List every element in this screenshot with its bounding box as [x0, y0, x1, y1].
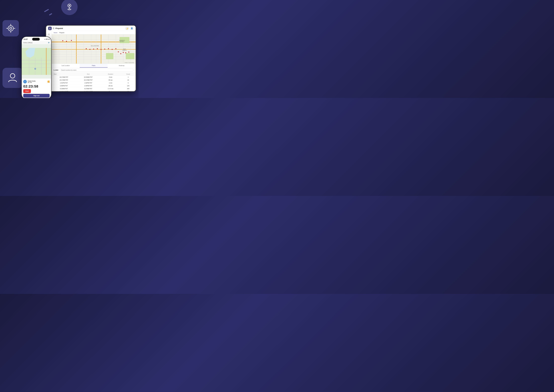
phone-avatar: C: [23, 80, 27, 84]
map-tabs: Last Location Paths Heatmap: [52, 64, 136, 68]
svg-point-26: [50, 28, 50, 28]
table-row: 2:05PM PST 2:34PM PST 28 min 124: [52, 84, 136, 87]
tab-paths[interactable]: Paths: [80, 64, 108, 68]
data-date: 5, 2024: [54, 69, 58, 71]
cell-start-4: 5:23AM PST: [52, 87, 76, 90]
cell-start-1: 10:17AM PST: [52, 79, 76, 82]
sign-out-button[interactable]: Sign out: [23, 94, 50, 98]
svg-text:WEST: WEST: [123, 49, 126, 50]
battery-icon: ▮: [49, 39, 50, 40]
phone-map: [22, 44, 51, 78]
tablet-screen: ☰ Pinpoint 🌙 👤: [46, 26, 136, 91]
svg-point-69: [97, 48, 98, 49]
dark-mode-button[interactable]: 🌙: [125, 27, 129, 30]
svg-rect-57: [126, 53, 134, 59]
cell-count-5: 23: [121, 90, 136, 91]
app-logo: [48, 27, 52, 30]
cell-duration-5: 7 min: [100, 90, 121, 91]
col-count: Count: [121, 73, 136, 76]
svg-text:WALLINGFORD: WALLINGFORD: [91, 45, 99, 47]
cell-count-2: 6: [121, 82, 136, 84]
sidebar-toggle-icon[interactable]: ☰: [53, 27, 54, 29]
svg-text:DISTRICT: DISTRICT: [120, 41, 124, 42]
tablet-map: UNIVERSITY DISTRICT WALLINGFORD WEST CAM…: [52, 34, 136, 64]
user-menu-button[interactable]: 👤: [130, 27, 134, 30]
breadcrumb-home[interactable]: Home: [54, 32, 57, 33]
table-row: 5:23AM PST 6:27AM PST 1 h 4 min 264: [52, 87, 136, 90]
user-placeholder-icon: [2, 68, 23, 88]
svg-point-70: [100, 49, 101, 50]
decorative-dash-1: [44, 9, 49, 12]
table-body: 10:17AM PST 10:20AM PST 3 min 1 10:17AM …: [52, 76, 136, 91]
cell-duration-3: 28 min: [100, 84, 121, 87]
phone-status-icons: ▪▪▪ 5G⁺ ▮: [44, 39, 50, 40]
phone-online-status: Online (Offsite) ⚙️: [22, 41, 51, 44]
cell-start-0: 10:17AM PST: [52, 76, 76, 79]
svg-point-72: [108, 48, 109, 49]
phone-map-svg: [22, 44, 51, 78]
svg-point-65: [71, 40, 72, 41]
phone-user-name: Carla Costa: [28, 80, 36, 82]
tablet-mockup: ☰ Pinpoint 🌙 👤: [46, 25, 136, 92]
cell-count-1: 16: [121, 79, 136, 82]
phone-mockup: 13:27 ▪▪▪ 5G⁺ ▮ Online (Offsite) ⚙️: [21, 36, 51, 98]
phone-bottom-panel: C Carla Costa My Site 📶 02:23:58 End Sig…: [22, 78, 51, 98]
table-row: 10:17AM PST 10:17AM PST 00 sec 16: [52, 79, 136, 82]
svg-point-71: [104, 49, 105, 50]
phone-user-info: C Carla Costa My Site 📶: [23, 80, 50, 84]
tablet-map-svg: UNIVERSITY DISTRICT WALLINGFORD WEST CAM…: [52, 34, 136, 64]
cell-duration-0: 3 min: [100, 76, 121, 79]
svg-point-11: [10, 74, 15, 78]
table-row: 11:08AM PST 11:15AM PST 7 min 23: [52, 90, 136, 91]
app-header: ☰ Pinpoint 🌙 👤: [46, 26, 136, 31]
phone-user-details: Carla Costa My Site: [28, 80, 36, 83]
cell-start-2: 1:01PM PST: [52, 82, 76, 84]
decorative-dash-2: [49, 13, 52, 15]
app-content: Home › Pinpoint: [52, 31, 136, 91]
cell-duration-2: 1 min: [100, 82, 121, 84]
cell-end-0: 10:20AM PST: [76, 76, 100, 79]
col-end: End: [76, 73, 100, 76]
svg-point-68: [93, 49, 94, 50]
svg-rect-56: [106, 53, 113, 59]
phone-action-buttons: End: [23, 89, 50, 93]
cell-count-4: 264: [121, 87, 136, 90]
svg-point-67: [90, 49, 91, 50]
signal-icon: ▪▪▪: [44, 39, 46, 40]
svg-point-63: [62, 40, 63, 41]
app-title: Pinpoint: [56, 27, 125, 29]
phone-site: My Site: [28, 82, 36, 83]
svg-point-79: [128, 52, 129, 53]
phone-right-icons: 📶: [48, 81, 50, 83]
svg-point-1: [69, 5, 70, 6]
tab-heatmap[interactable]: Heatmap: [107, 64, 136, 68]
settings-icon: ⚙️: [48, 42, 50, 43]
svg-text:CAMPUS: CAMPUS: [122, 50, 127, 51]
data-section: 5, 2024 Start End Duration Count: [52, 68, 136, 91]
svg-point-29: [49, 34, 49, 35]
end-button[interactable]: End: [23, 89, 31, 93]
worker-search-input[interactable]: [60, 69, 134, 71]
cell-end-5: 11:15AM PST: [76, 90, 100, 91]
svg-point-24: [35, 69, 36, 69]
svg-point-6: [10, 28, 11, 29]
breadcrumb-separator: ›: [58, 32, 59, 33]
svg-point-78: [125, 52, 126, 53]
sidebar-item-users[interactable]: [47, 33, 51, 36]
network-icon: 5G⁺: [46, 39, 48, 40]
col-start: Start: [52, 73, 76, 76]
phone-screen: 13:27 ▪▪▪ 5G⁺ ▮ Online (Offsite) ⚙️: [22, 37, 51, 98]
table-header: Start End Duration Count: [52, 73, 136, 76]
svg-rect-14: [22, 58, 51, 75]
svg-point-66: [86, 48, 87, 49]
data-header: 5, 2024: [52, 68, 136, 73]
table-row: 1:01PM PST 1:02PM PST 1 min 6: [52, 82, 136, 84]
col-duration: Duration: [100, 73, 121, 76]
header-actions: 🌙 👤: [125, 27, 134, 30]
cell-end-4: 6:27AM PST: [76, 87, 100, 90]
tab-last-location[interactable]: Last Location: [52, 64, 80, 68]
cell-end-1: 10:17AM PST: [76, 79, 100, 82]
phone-status-bar: 13:27 ▪▪▪ 5G⁺ ▮: [22, 37, 51, 41]
table-header-row: Start End Duration Count: [52, 73, 136, 76]
cell-count-3: 124: [121, 84, 136, 87]
